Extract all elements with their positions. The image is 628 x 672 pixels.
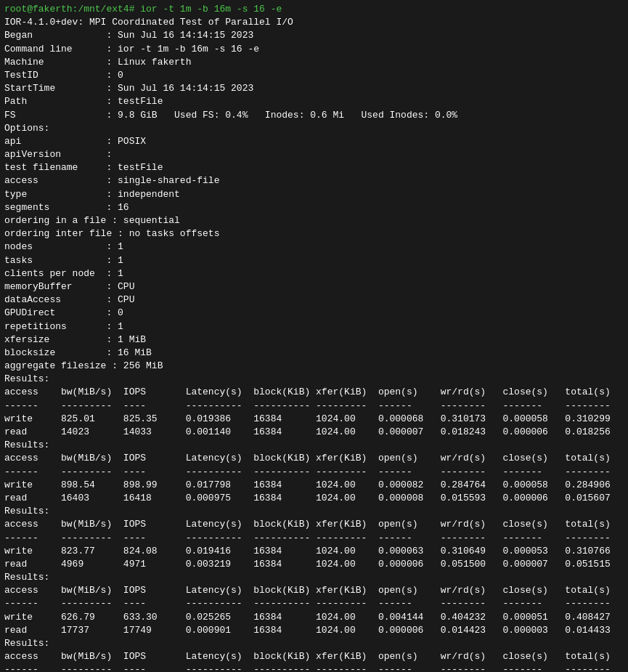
terminal-line: access : single-shared-file xyxy=(4,174,624,187)
terminal-line: memoryBuffer : CPU xyxy=(4,280,624,294)
terminal-line: Results: xyxy=(4,571,624,584)
terminal-line: Results: xyxy=(4,373,624,386)
terminal-line: GPUDirect : 0 xyxy=(4,307,624,320)
terminal-line: access bw(MiB/s) IOPS Latency(s) block(K… xyxy=(4,518,624,531)
terminal-line: Path : testFile xyxy=(4,95,624,108)
terminal-line: Results: xyxy=(4,637,624,650)
terminal-line: apiVersion : xyxy=(4,148,624,161)
terminal-line: write 825.01 825.35 0.019386 16384 1024.… xyxy=(4,413,624,426)
terminal-window: root@fakerth:/mnt/ext4# ior -t 1m -b 16m… xyxy=(0,0,628,672)
terminal-line: FS : 9.8 GiB Used FS: 0.4% Inodes: 0.6 M… xyxy=(4,109,624,122)
terminal-line: IOR-4.1.0+dev: MPI Coordinated Test of P… xyxy=(4,16,624,29)
terminal-line: Command line : ior -t 1m -b 16m -s 16 -e xyxy=(4,43,624,56)
terminal-line: access bw(MiB/s) IOPS Latency(s) block(K… xyxy=(4,650,624,663)
terminal-line: read 4969 4971 0.003219 16384 1024.00 0.… xyxy=(4,558,624,571)
terminal-line: Results: xyxy=(4,505,624,518)
terminal-line: test filename : testFile xyxy=(4,161,624,174)
terminal-line: ------ --------- ---- ---------- -------… xyxy=(4,532,624,545)
terminal-line: type : independent xyxy=(4,188,624,201)
terminal-line: root@fakerth:/mnt/ext4# ior -t 1m -b 16m… xyxy=(4,3,624,16)
terminal-line: api : POSIX xyxy=(4,135,624,148)
terminal-line: ------ --------- ---- ---------- -------… xyxy=(4,597,624,610)
terminal-line: Began : Sun Jul 16 14:14:15 2023 xyxy=(4,29,624,42)
terminal-line: Machine : Linux fakerth xyxy=(4,56,624,69)
terminal-line: segments : 16 xyxy=(4,201,624,214)
terminal-line: read 14023 14033 0.001140 16384 1024.00 … xyxy=(4,426,624,439)
terminal-line: ------ --------- ---- ---------- -------… xyxy=(4,663,624,672)
terminal-line: access bw(MiB/s) IOPS Latency(s) block(K… xyxy=(4,386,624,399)
terminal-line: ------ --------- ---- ---------- -------… xyxy=(4,400,624,413)
terminal-line: repetitions : 1 xyxy=(4,320,624,333)
terminal-line: access bw(MiB/s) IOPS Latency(s) block(K… xyxy=(4,452,624,465)
terminal-line: Options: xyxy=(4,122,624,135)
terminal-line: StartTime : Sun Jul 16 14:14:15 2023 xyxy=(4,82,624,95)
terminal-line: ordering inter file : no tasks offsets xyxy=(4,227,624,240)
terminal-output: root@fakerth:/mnt/ext4# ior -t 1m -b 16m… xyxy=(4,3,624,672)
terminal-line: write 626.79 633.30 0.025265 16384 1024.… xyxy=(4,611,624,624)
terminal-line: aggregate filesize : 256 MiB xyxy=(4,360,624,373)
terminal-line: blocksize : 16 MiB xyxy=(4,347,624,360)
terminal-line: ordering in a file : sequential xyxy=(4,214,624,227)
terminal-line: dataAccess : CPU xyxy=(4,294,624,307)
terminal-line: write 898.54 898.99 0.017798 16384 1024.… xyxy=(4,479,624,492)
terminal-line: Results: xyxy=(4,439,624,452)
terminal-line: tasks : 1 xyxy=(4,254,624,267)
terminal-line: access bw(MiB/s) IOPS Latency(s) block(K… xyxy=(4,584,624,597)
terminal-line: xfersize : 1 MiB xyxy=(4,333,624,347)
terminal-line: clients per node : 1 xyxy=(4,267,624,280)
terminal-line: read 17737 17749 0.000901 16384 1024.00 … xyxy=(4,624,624,637)
terminal-line: nodes : 1 xyxy=(4,240,624,254)
terminal-line: read 16403 16418 0.000975 16384 1024.00 … xyxy=(4,492,624,505)
terminal-line: write 823.77 824.08 0.019416 16384 1024.… xyxy=(4,545,624,558)
terminal-line: ------ --------- ---- ---------- -------… xyxy=(4,466,624,479)
terminal-line: TestID : 0 xyxy=(4,69,624,82)
